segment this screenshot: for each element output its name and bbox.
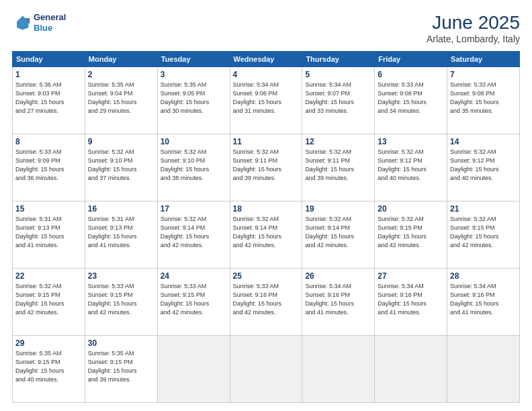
calendar-cell: 22Sunrise: 5:32 AMSunset: 9:15 PMDayligh… <box>13 269 85 336</box>
day-number: 1 <box>15 70 82 79</box>
day-info: Sunrise: 5:34 AMSunset: 9:16 PMDaylight:… <box>378 282 444 317</box>
day-number: 12 <box>305 137 371 146</box>
calendar-cell: 2Sunrise: 5:35 AMSunset: 9:04 PMDaylight… <box>85 67 157 134</box>
calendar-cell: 9Sunrise: 5:32 AMSunset: 9:10 PMDaylight… <box>85 134 157 201</box>
calendar-cell: 4Sunrise: 5:34 AMSunset: 9:06 PMDaylight… <box>230 67 302 134</box>
calendar-table: SundayMondayTuesdayWednesdayThursdayFrid… <box>12 51 520 403</box>
calendar-title: June 2025 <box>427 12 520 34</box>
calendar-cell: 14Sunrise: 5:32 AMSunset: 9:12 PMDayligh… <box>447 134 520 201</box>
day-number: 23 <box>88 271 154 281</box>
calendar-cell: 17Sunrise: 5:32 AMSunset: 9:14 PMDayligh… <box>157 201 230 269</box>
day-info: Sunrise: 5:34 AMSunset: 9:16 PMDaylight:… <box>305 282 371 317</box>
weekday-header: Saturday <box>447 52 520 67</box>
weekday-header: Wednesday <box>230 52 302 67</box>
logo-text: General Blue <box>34 12 66 33</box>
calendar-cell: 18Sunrise: 5:32 AMSunset: 9:14 PMDayligh… <box>230 201 302 269</box>
calendar-cell: 8Sunrise: 5:33 AMSunset: 9:09 PMDaylight… <box>13 134 85 201</box>
day-number: 9 <box>88 137 154 146</box>
title-block: June 2025 Arlate, Lombardy, Italy <box>427 12 520 44</box>
day-info: Sunrise: 5:33 AMSunset: 9:08 PMDaylight:… <box>450 81 517 116</box>
day-number: 4 <box>233 70 300 79</box>
weekday-header: Monday <box>85 52 157 67</box>
day-info: Sunrise: 5:31 AMSunset: 9:13 PMDaylight:… <box>15 215 82 250</box>
day-info: Sunrise: 5:32 AMSunset: 9:15 PMDaylight:… <box>15 282 82 317</box>
day-info: Sunrise: 5:35 AMSunset: 9:04 PMDaylight:… <box>88 81 154 116</box>
header: General Blue June 2025 Arlate, Lombardy,… <box>12 12 520 44</box>
calendar-cell: 26Sunrise: 5:34 AMSunset: 9:16 PMDayligh… <box>302 269 375 336</box>
day-info: Sunrise: 5:32 AMSunset: 9:12 PMDaylight:… <box>450 148 517 183</box>
calendar-cell: 21Sunrise: 5:32 AMSunset: 9:15 PMDayligh… <box>447 201 520 269</box>
weekday-header: Friday <box>375 52 447 67</box>
calendar-cell: 3Sunrise: 5:35 AMSunset: 9:05 PMDaylight… <box>157 67 230 134</box>
day-number: 17 <box>161 204 227 214</box>
calendar-cell: 24Sunrise: 5:33 AMSunset: 9:15 PMDayligh… <box>157 269 230 336</box>
day-number: 3 <box>161 70 227 79</box>
calendar-cell: 13Sunrise: 5:32 AMSunset: 9:12 PMDayligh… <box>375 134 447 201</box>
calendar-cell: 6Sunrise: 5:33 AMSunset: 9:08 PMDaylight… <box>375 67 447 134</box>
calendar-cell: 23Sunrise: 5:33 AMSunset: 9:15 PMDayligh… <box>85 269 157 336</box>
day-number: 11 <box>233 137 300 146</box>
day-info: Sunrise: 5:32 AMSunset: 9:10 PMDaylight:… <box>161 148 227 183</box>
day-number: 30 <box>88 338 154 348</box>
logo-line2: Blue <box>34 23 66 34</box>
day-info: Sunrise: 5:35 AMSunset: 9:15 PMDaylight:… <box>15 349 82 384</box>
day-number: 27 <box>378 271 444 281</box>
day-info: Sunrise: 5:33 AMSunset: 9:08 PMDaylight:… <box>378 81 444 116</box>
day-info: Sunrise: 5:32 AMSunset: 9:15 PMDaylight:… <box>378 215 444 250</box>
calendar-cell: 25Sunrise: 5:33 AMSunset: 9:16 PMDayligh… <box>230 269 302 336</box>
day-number: 15 <box>15 204 82 214</box>
day-number: 5 <box>305 70 371 79</box>
day-info: Sunrise: 5:33 AMSunset: 9:16 PMDaylight:… <box>233 282 300 317</box>
calendar-cell <box>375 336 447 403</box>
day-info: Sunrise: 5:32 AMSunset: 9:12 PMDaylight:… <box>378 148 444 183</box>
day-number: 26 <box>305 271 371 281</box>
calendar-week-row: 22Sunrise: 5:32 AMSunset: 9:15 PMDayligh… <box>13 269 520 336</box>
calendar-cell: 29Sunrise: 5:35 AMSunset: 9:15 PMDayligh… <box>13 336 85 403</box>
calendar-week-row: 8Sunrise: 5:33 AMSunset: 9:09 PMDaylight… <box>13 134 520 201</box>
calendar-cell <box>230 336 302 403</box>
day-number: 28 <box>450 271 517 281</box>
calendar-cell: 11Sunrise: 5:32 AMSunset: 9:11 PMDayligh… <box>230 134 302 201</box>
day-info: Sunrise: 5:32 AMSunset: 9:11 PMDaylight:… <box>233 148 300 183</box>
day-info: Sunrise: 5:32 AMSunset: 9:15 PMDaylight:… <box>450 215 517 250</box>
day-number: 8 <box>15 137 82 146</box>
day-number: 18 <box>233 204 300 214</box>
page: General Blue June 2025 Arlate, Lombardy,… <box>0 0 532 411</box>
day-number: 24 <box>161 271 227 281</box>
calendar-cell: 7Sunrise: 5:33 AMSunset: 9:08 PMDaylight… <box>447 67 520 134</box>
day-number: 19 <box>305 204 371 214</box>
day-info: Sunrise: 5:33 AMSunset: 9:15 PMDaylight:… <box>161 282 227 317</box>
calendar-week-row: 1Sunrise: 5:36 AMSunset: 9:03 PMDaylight… <box>13 67 520 134</box>
day-info: Sunrise: 5:36 AMSunset: 9:03 PMDaylight:… <box>15 81 82 116</box>
day-info: Sunrise: 5:34 AMSunset: 9:07 PMDaylight:… <box>305 81 371 116</box>
day-number: 25 <box>233 271 300 281</box>
weekday-header: Tuesday <box>157 52 230 67</box>
day-info: Sunrise: 5:31 AMSunset: 9:13 PMDaylight:… <box>88 215 154 250</box>
logo-icon <box>12 13 31 32</box>
day-info: Sunrise: 5:33 AMSunset: 9:15 PMDaylight:… <box>88 282 154 317</box>
day-number: 20 <box>378 204 444 214</box>
day-info: Sunrise: 5:35 AMSunset: 9:15 PMDaylight:… <box>88 349 154 384</box>
svg-marker-1 <box>17 15 29 30</box>
day-info: Sunrise: 5:32 AMSunset: 9:11 PMDaylight:… <box>305 148 371 183</box>
logo-line1: General <box>34 12 66 23</box>
day-info: Sunrise: 5:34 AMSunset: 9:16 PMDaylight:… <box>450 282 517 317</box>
calendar-body: 1Sunrise: 5:36 AMSunset: 9:03 PMDaylight… <box>13 67 520 403</box>
calendar-cell: 16Sunrise: 5:31 AMSunset: 9:13 PMDayligh… <box>85 201 157 269</box>
day-number: 13 <box>378 137 444 146</box>
calendar-cell: 19Sunrise: 5:32 AMSunset: 9:14 PMDayligh… <box>302 201 375 269</box>
day-info: Sunrise: 5:32 AMSunset: 9:14 PMDaylight:… <box>161 215 227 250</box>
calendar-cell: 28Sunrise: 5:34 AMSunset: 9:16 PMDayligh… <box>447 269 520 336</box>
calendar-week-row: 15Sunrise: 5:31 AMSunset: 9:13 PMDayligh… <box>13 201 520 269</box>
calendar-header: SundayMondayTuesdayWednesdayThursdayFrid… <box>13 52 520 67</box>
day-number: 2 <box>88 70 154 79</box>
logo: General Blue <box>12 12 66 33</box>
day-number: 7 <box>450 70 517 79</box>
calendar-cell: 1Sunrise: 5:36 AMSunset: 9:03 PMDaylight… <box>13 67 85 134</box>
day-info: Sunrise: 5:35 AMSunset: 9:05 PMDaylight:… <box>161 81 227 116</box>
day-number: 21 <box>450 204 517 214</box>
calendar-cell <box>447 336 520 403</box>
calendar-cell: 10Sunrise: 5:32 AMSunset: 9:10 PMDayligh… <box>157 134 230 201</box>
day-info: Sunrise: 5:32 AMSunset: 9:14 PMDaylight:… <box>233 215 300 250</box>
calendar-cell: 27Sunrise: 5:34 AMSunset: 9:16 PMDayligh… <box>375 269 447 336</box>
